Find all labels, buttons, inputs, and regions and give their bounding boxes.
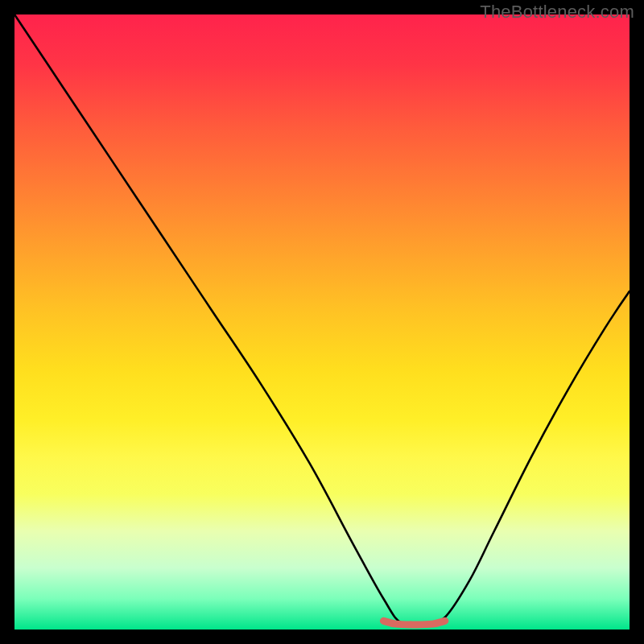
optimal-zone-marker-path bbox=[383, 621, 444, 625]
plot-area bbox=[14, 14, 630, 630]
watermark-text: TheBottleneck.com bbox=[480, 2, 634, 23]
curve-layer bbox=[14, 14, 630, 630]
bottleneck-curve-path bbox=[14, 14, 630, 625]
chart-frame: TheBottleneck.com bbox=[0, 0, 644, 644]
